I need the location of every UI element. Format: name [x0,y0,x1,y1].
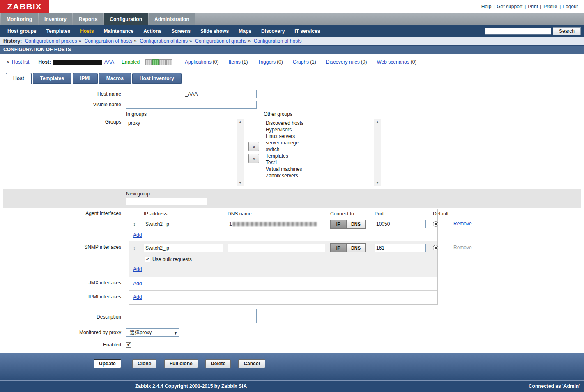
zabbix-logo[interactable]: ZABBIX [0,0,49,13]
snmp-default-radio[interactable] [433,245,438,250]
other-groups-title: Other groups [264,111,381,117]
tab-host[interactable]: Host [6,73,32,84]
move-right-button[interactable]: » [248,154,259,163]
menu-monitoring[interactable]: Monitoring [1,13,38,25]
listbox-option[interactable]: switch [266,146,372,153]
full-clone-button[interactable]: Full clone [164,359,198,368]
submenu-host-groups[interactable]: Host groups [2,28,41,34]
description-textarea[interactable] [126,309,257,323]
snmp-dns-input[interactable] [228,244,325,252]
scrollbar-down-icon[interactable]: ▼ [237,181,244,185]
search-input[interactable] [485,28,551,35]
proxy-label: Monitored by proxy [3,328,126,337]
submenu-screens[interactable]: Screens [166,28,195,34]
new-group-input[interactable] [126,198,207,205]
triggers-link[interactable]: Triggers [258,59,276,65]
snmp-port-input[interactable] [375,244,426,252]
snmp-connect-ip-button[interactable]: IP [330,243,347,252]
host-list-link[interactable]: Host list [12,59,30,65]
listbox-option[interactable]: Test1 [266,159,372,166]
tab-macros[interactable]: Macros [99,73,131,84]
agent-default-radio[interactable] [433,221,438,227]
menu-inventory[interactable]: Inventory [39,13,72,25]
discovery-rules-count: (0) [361,59,367,65]
host-name-link[interactable]: AAA [104,59,114,65]
history-link[interactable]: Configuration of hosts [84,38,132,44]
submenu-actions[interactable]: Actions [138,28,166,34]
logout-link[interactable]: Logout [563,4,578,9]
snmp-remove-link: Remove [453,245,472,250]
history-link[interactable]: Configuration of proxies [25,38,77,44]
agent-add-link[interactable]: Add [133,232,142,238]
history-link[interactable]: Configuration of items [140,38,188,44]
menu-administration[interactable]: Administration [149,13,195,25]
group-move-buttons: « » [244,119,264,186]
scrollbar[interactable]: ▲ ▼ [374,119,381,186]
enabled-checkbox[interactable]: ✔ [126,342,131,348]
submenu-templates[interactable]: Templates [41,28,75,34]
update-button[interactable]: Update [94,359,121,368]
submenu-hosts[interactable]: Hosts [75,28,99,34]
host-status-link[interactable]: Enabled [122,59,140,65]
get-support-link[interactable]: Get support [497,4,523,9]
tab-host-inventory[interactable]: Host inventory [132,73,182,84]
tab-templates[interactable]: Templates [33,73,71,84]
bulk-requests-checkbox[interactable]: ✔ [145,257,150,262]
applications-link[interactable]: Applications [185,59,212,65]
items-link[interactable]: Items [229,59,241,65]
clone-button[interactable]: Clone [132,359,156,368]
ipmi-add-link[interactable]: Add [133,294,142,300]
profile-link[interactable]: Profile [543,4,557,9]
snmp-add-link[interactable]: Add [133,266,142,272]
scrollbar-up-icon[interactable]: ▲ [237,120,244,124]
other-groups-listbox[interactable]: Discovered hosts Hypervisors Linux serve… [264,119,381,186]
separator: » [189,38,192,44]
agent-connect-ip-button[interactable]: IP [330,220,347,229]
listbox-option[interactable]: server manege [266,140,372,146]
host-name-input[interactable] [126,90,257,98]
agent-ip-input[interactable] [144,220,223,228]
agent-connect-dns-button[interactable]: DNS [347,220,366,229]
tab-ipmi[interactable]: IPMI [73,73,98,84]
submenu-it-services[interactable]: IT services [290,28,325,34]
print-link[interactable]: Print [528,4,538,9]
submenu-discovery[interactable]: Discovery [256,28,290,34]
cancel-button[interactable]: Cancel [238,359,265,368]
drag-handle-icon[interactable]: ↕ [133,221,136,227]
drag-handle-icon[interactable]: ↕ [133,245,136,251]
submenu-slide-shows[interactable]: Slide shows [195,28,234,34]
proxy-select[interactable]: 選擇proxy ▼ [126,328,179,337]
history-link[interactable]: Configuration of hosts [254,38,302,44]
menu-configuration[interactable]: Configuration [104,13,148,25]
history-link[interactable]: Configuration of graphs [195,38,246,44]
submenu-maps[interactable]: Maps [234,28,256,34]
listbox-option[interactable]: Zabbix servers [266,172,372,179]
in-groups-listbox[interactable]: proxy ▲ ▼ [126,119,244,186]
listbox-option[interactable]: proxy [128,120,235,126]
listbox-option[interactable]: Discovered hosts [266,120,372,126]
menu-reports[interactable]: Reports [73,13,103,25]
help-link[interactable]: Help [481,4,492,9]
listbox-option[interactable]: Templates [266,153,372,159]
listbox-option[interactable]: Linux servers [266,133,372,140]
web-scenarios-link[interactable]: Web scenarios [377,59,409,65]
submenu-maintenance[interactable]: Maintenance [99,28,138,34]
scrollbar-up-icon[interactable]: ▲ [374,120,381,124]
delete-button[interactable]: Delete [205,359,231,368]
search-button[interactable]: Search [553,27,581,35]
scrollbar-down-icon[interactable]: ▼ [374,181,381,185]
snmp-connect-dns-button[interactable]: DNS [347,243,366,252]
visible-name-input[interactable] [126,101,257,109]
snmp-ip-input[interactable] [144,244,223,252]
move-left-button[interactable]: « [248,142,259,151]
scrollbar[interactable]: ▲ ▼ [237,119,244,186]
back-arrow: « [7,59,9,65]
listbox-option[interactable]: Hypervisors [266,126,372,133]
jmx-add-link[interactable]: Add [133,281,142,287]
discovery-rules-link[interactable]: Discovery rules [326,59,360,65]
listbox-option[interactable]: Virtual machines [266,166,372,172]
agent-dns-input[interactable]: 1 [228,220,325,228]
graphs-link[interactable]: Graphs [293,59,309,65]
agent-remove-link[interactable]: Remove [453,221,472,227]
agent-port-input[interactable] [375,220,426,228]
